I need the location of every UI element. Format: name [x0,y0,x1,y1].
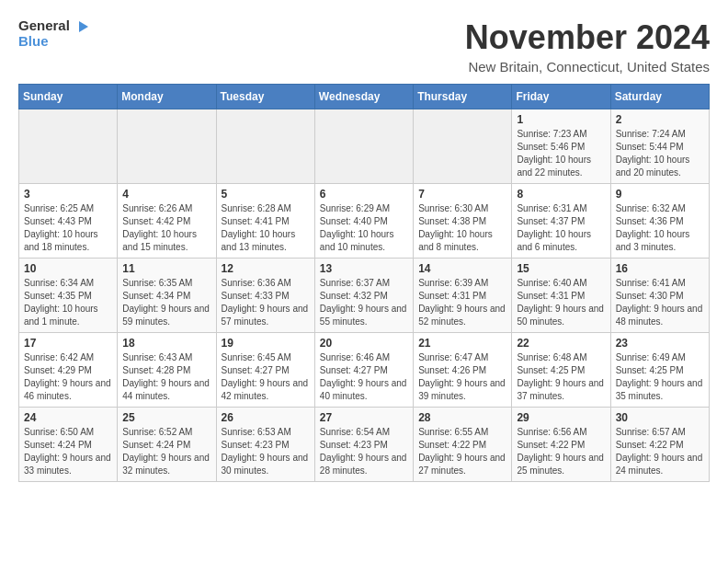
day-info: Sunrise: 6:56 AM Sunset: 4:22 PM Dayligh… [517,426,605,477]
day-number: 12 [222,262,310,275]
weekday-header-row: SundayMondayTuesdayWednesdayThursdayFrid… [19,85,710,109]
calendar-cell: 16Sunrise: 6:41 AM Sunset: 4:30 PM Dayli… [610,259,709,333]
day-info: Sunrise: 6:52 AM Sunset: 4:24 PM Dayligh… [122,426,210,477]
weekday-header-friday: Friday [512,85,610,109]
calendar-week-2: 3Sunrise: 6:25 AM Sunset: 4:43 PM Daylig… [19,184,710,259]
day-info: Sunrise: 6:34 AM Sunset: 4:35 PM Dayligh… [24,277,112,328]
day-number: 22 [517,337,605,350]
calendar-body: 1Sunrise: 7:23 AM Sunset: 5:46 PM Daylig… [19,109,710,482]
calendar-cell [414,109,512,184]
calendar-week-5: 24Sunrise: 6:50 AM Sunset: 4:24 PM Dayli… [19,408,710,482]
day-info: Sunrise: 6:57 AM Sunset: 4:22 PM Dayligh… [616,426,704,477]
page-header: General Blue November 2024 New Britain, … [18,18,710,75]
day-info: Sunrise: 6:31 AM Sunset: 4:37 PM Dayligh… [517,202,605,254]
day-info: Sunrise: 6:35 AM Sunset: 4:34 PM Dayligh… [122,277,210,328]
weekday-header-monday: Monday [118,85,216,109]
calendar-cell: 14Sunrise: 6:39 AM Sunset: 4:31 PM Dayli… [414,259,512,333]
calendar-cell: 18Sunrise: 6:43 AM Sunset: 4:28 PM Dayli… [118,333,216,408]
calendar-cell: 22Sunrise: 6:48 AM Sunset: 4:25 PM Dayli… [512,333,610,408]
page-title: November 2024 [465,18,710,57]
calendar-cell: 26Sunrise: 6:53 AM Sunset: 4:23 PM Dayli… [216,408,314,482]
day-info: Sunrise: 6:46 AM Sunset: 4:27 PM Dayligh… [320,351,408,403]
calendar-cell: 4Sunrise: 6:26 AM Sunset: 4:42 PM Daylig… [118,184,216,259]
day-number: 27 [320,411,408,424]
day-info: Sunrise: 6:40 AM Sunset: 4:31 PM Dayligh… [517,277,605,328]
day-number: 10 [24,262,112,275]
calendar-cell: 6Sunrise: 6:29 AM Sunset: 4:40 PM Daylig… [314,184,413,259]
calendar-table: SundayMondayTuesdayWednesdayThursdayFrid… [18,84,710,482]
calendar-cell: 8Sunrise: 6:31 AM Sunset: 4:37 PM Daylig… [512,184,610,259]
calendar-cell: 29Sunrise: 6:56 AM Sunset: 4:22 PM Dayli… [512,408,610,482]
day-number: 14 [418,262,506,275]
day-number: 19 [222,337,310,350]
day-number: 24 [24,411,112,424]
day-info: Sunrise: 6:54 AM Sunset: 4:23 PM Dayligh… [320,426,408,477]
calendar-cell: 17Sunrise: 6:42 AM Sunset: 4:29 PM Dayli… [19,333,118,408]
day-info: Sunrise: 6:36 AM Sunset: 4:33 PM Dayligh… [222,277,310,328]
day-info: Sunrise: 6:41 AM Sunset: 4:30 PM Dayligh… [616,277,704,328]
logo-arrow-icon [75,19,90,34]
calendar-header: SundayMondayTuesdayWednesdayThursdayFrid… [19,85,710,109]
svg-marker-0 [79,21,88,32]
calendar-cell: 10Sunrise: 6:34 AM Sunset: 4:35 PM Dayli… [19,259,118,333]
day-number: 2 [616,113,704,126]
day-number: 29 [517,411,605,424]
calendar-cell [314,109,413,184]
day-info: Sunrise: 6:29 AM Sunset: 4:40 PM Dayligh… [320,202,408,254]
day-info: Sunrise: 6:39 AM Sunset: 4:31 PM Dayligh… [418,277,506,328]
page-subtitle: New Britain, Connecticut, United States [465,59,710,75]
calendar-cell: 30Sunrise: 6:57 AM Sunset: 4:22 PM Dayli… [610,408,709,482]
day-number: 6 [320,188,408,201]
calendar-cell: 24Sunrise: 6:50 AM Sunset: 4:24 PM Dayli… [19,408,118,482]
day-info: Sunrise: 6:25 AM Sunset: 4:43 PM Dayligh… [24,202,112,254]
day-info: Sunrise: 6:42 AM Sunset: 4:29 PM Dayligh… [24,351,112,403]
calendar-cell: 15Sunrise: 6:40 AM Sunset: 4:31 PM Dayli… [512,259,610,333]
day-info: Sunrise: 6:55 AM Sunset: 4:22 PM Dayligh… [418,426,506,477]
calendar-cell: 11Sunrise: 6:35 AM Sunset: 4:34 PM Dayli… [118,259,216,333]
logo: General Blue [18,18,90,50]
day-number: 25 [122,411,210,424]
calendar-cell: 3Sunrise: 6:25 AM Sunset: 4:43 PM Daylig… [19,184,118,259]
day-number: 26 [222,411,310,424]
day-info: Sunrise: 7:24 AM Sunset: 5:44 PM Dayligh… [616,128,704,179]
title-area: November 2024 New Britain, Connecticut, … [465,18,710,75]
day-number: 1 [517,113,605,126]
logo-blue: Blue [18,33,49,49]
calendar-cell: 23Sunrise: 6:49 AM Sunset: 4:25 PM Dayli… [610,333,709,408]
calendar-cell: 25Sunrise: 6:52 AM Sunset: 4:24 PM Dayli… [118,408,216,482]
day-info: Sunrise: 6:48 AM Sunset: 4:25 PM Dayligh… [517,351,605,403]
calendar-cell: 2Sunrise: 7:24 AM Sunset: 5:44 PM Daylig… [610,109,709,184]
day-number: 8 [517,188,605,201]
day-number: 11 [122,262,210,275]
calendar-cell: 7Sunrise: 6:30 AM Sunset: 4:38 PM Daylig… [414,184,512,259]
day-info: Sunrise: 6:47 AM Sunset: 4:26 PM Dayligh… [418,351,506,403]
day-number: 5 [222,188,310,201]
weekday-header-thursday: Thursday [414,85,512,109]
day-info: Sunrise: 6:26 AM Sunset: 4:42 PM Dayligh… [122,202,210,254]
day-info: Sunrise: 6:32 AM Sunset: 4:36 PM Dayligh… [616,202,704,254]
calendar-cell: 27Sunrise: 6:54 AM Sunset: 4:23 PM Dayli… [314,408,413,482]
calendar-cell: 1Sunrise: 7:23 AM Sunset: 5:46 PM Daylig… [512,109,610,184]
weekday-header-wednesday: Wednesday [314,85,413,109]
day-info: Sunrise: 6:30 AM Sunset: 4:38 PM Dayligh… [418,202,506,254]
calendar-cell: 9Sunrise: 6:32 AM Sunset: 4:36 PM Daylig… [610,184,709,259]
calendar-cell: 5Sunrise: 6:28 AM Sunset: 4:41 PM Daylig… [216,184,314,259]
weekday-header-saturday: Saturday [610,85,709,109]
weekday-header-tuesday: Tuesday [216,85,314,109]
day-number: 7 [418,188,506,201]
calendar-cell: 13Sunrise: 6:37 AM Sunset: 4:32 PM Dayli… [314,259,413,333]
calendar-week-4: 17Sunrise: 6:42 AM Sunset: 4:29 PM Dayli… [19,333,710,408]
calendar-cell: 21Sunrise: 6:47 AM Sunset: 4:26 PM Dayli… [414,333,512,408]
day-info: Sunrise: 6:28 AM Sunset: 4:41 PM Dayligh… [222,202,310,254]
day-number: 16 [616,262,704,275]
calendar-cell [19,109,118,184]
calendar-cell: 12Sunrise: 6:36 AM Sunset: 4:33 PM Dayli… [216,259,314,333]
calendar-cell: 19Sunrise: 6:45 AM Sunset: 4:27 PM Dayli… [216,333,314,408]
day-info: Sunrise: 6:37 AM Sunset: 4:32 PM Dayligh… [320,277,408,328]
calendar-cell: 20Sunrise: 6:46 AM Sunset: 4:27 PM Dayli… [314,333,413,408]
calendar-cell: 28Sunrise: 6:55 AM Sunset: 4:22 PM Dayli… [414,408,512,482]
day-number: 4 [122,188,210,201]
day-info: Sunrise: 7:23 AM Sunset: 5:46 PM Dayligh… [517,128,605,179]
day-info: Sunrise: 6:53 AM Sunset: 4:23 PM Dayligh… [222,426,310,477]
weekday-header-sunday: Sunday [19,85,118,109]
